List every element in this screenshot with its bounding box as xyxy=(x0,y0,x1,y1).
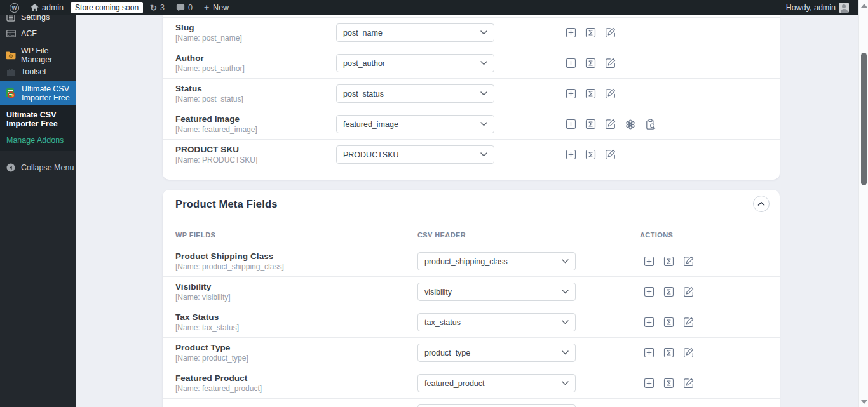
updates-indicator[interactable]: ↻ 3 xyxy=(146,0,169,15)
sigma-icon[interactable] xyxy=(663,378,674,389)
add-icon[interactable] xyxy=(566,149,576,160)
collapse-menu-label: Collapse Menu xyxy=(21,163,74,172)
csv-header-select[interactable]: PRODUCTSKU xyxy=(336,145,494,164)
acf-icon xyxy=(6,30,16,37)
sigma-icon[interactable] xyxy=(585,58,596,69)
field-label: Featured Product xyxy=(175,373,417,383)
csv-header-select[interactable]: featured_image xyxy=(336,115,494,133)
field-mapping-row: Featured Image [Name: featured_image] fe… xyxy=(163,109,780,139)
add-icon[interactable] xyxy=(566,58,576,69)
chevron-down-icon xyxy=(480,91,487,96)
add-icon[interactable] xyxy=(644,347,654,358)
field-label: Visibility xyxy=(175,282,417,291)
site-home-link[interactable]: admin xyxy=(26,0,68,15)
field-mapping-card: Slug [Name: post_name] post_name xyxy=(163,15,780,180)
edit-icon[interactable] xyxy=(605,27,616,38)
meta-field-rows: Product Shipping Class [Name: product_sh… xyxy=(163,246,780,407)
csv-header-value: PRODUCTSKU xyxy=(343,150,399,159)
add-icon[interactable] xyxy=(644,378,654,389)
edit-icon[interactable] xyxy=(605,88,616,99)
add-icon[interactable] xyxy=(566,27,576,38)
section-title: Product Meta Fields xyxy=(175,198,278,210)
csv-header-select[interactable]: post_name xyxy=(336,23,494,42)
field-name: [Name: post_name] xyxy=(175,34,336,43)
edit-icon[interactable] xyxy=(605,58,616,69)
plus-icon: + xyxy=(204,3,209,13)
sidebar-item-wp-file-manager[interactable]: w WP File Manager xyxy=(0,47,76,63)
csv-header-select[interactable] xyxy=(417,404,576,407)
sidebar-item-label: ACF xyxy=(21,29,37,38)
wp-logo-button[interactable]: W xyxy=(5,0,24,15)
add-icon[interactable] xyxy=(566,88,576,99)
field-name: [Name: product_type] xyxy=(175,354,417,363)
chevron-down-icon xyxy=(562,381,569,385)
sigma-icon[interactable] xyxy=(585,88,596,99)
field-name: [Name: post_status] xyxy=(175,95,336,103)
sigma-icon[interactable] xyxy=(663,317,674,328)
scroll-down-arrow[interactable] xyxy=(861,400,867,404)
sidebar-item-label: Ultimate CSV Importer Free xyxy=(22,84,72,102)
edit-icon[interactable] xyxy=(683,286,694,297)
edit-icon[interactable] xyxy=(605,149,616,160)
sigma-icon[interactable] xyxy=(663,286,674,297)
csv-header-value: tax_status xyxy=(424,318,461,327)
add-icon[interactable] xyxy=(644,286,654,297)
chevron-down-icon xyxy=(562,290,569,294)
site-name: admin xyxy=(42,3,64,12)
add-icon[interactable] xyxy=(644,256,654,267)
column-header-wp-fields: WP Fields xyxy=(175,231,417,239)
csv-header-value: featured_product xyxy=(424,379,485,388)
csv-header-value: post_author xyxy=(343,59,385,68)
field-label: Product Shipping Class xyxy=(175,251,417,261)
sigma-icon[interactable] xyxy=(585,119,596,130)
comments-count: 0 xyxy=(188,3,193,12)
account-menu[interactable]: Howdy, admin xyxy=(782,0,853,15)
field-mapping-rows: Slug [Name: post_name] post_name xyxy=(163,17,780,170)
chevron-down-icon xyxy=(480,30,487,35)
admin-sidebar: Settings ACF w WP File Manager Toolset U… xyxy=(0,15,76,407)
sidebar-item-acf[interactable]: ACF xyxy=(0,25,76,42)
new-button[interactable]: + New xyxy=(200,0,233,15)
media-search-icon[interactable] xyxy=(645,119,656,130)
csv-header-select[interactable]: post_status xyxy=(336,84,494,103)
csv-header-select[interactable]: featured_product xyxy=(417,374,576,392)
scrollbar-thumb[interactable] xyxy=(861,53,867,185)
chevron-down-icon xyxy=(480,152,487,157)
sigma-icon[interactable] xyxy=(663,347,674,358)
openai-icon[interactable] xyxy=(625,119,636,130)
add-icon[interactable] xyxy=(644,317,654,328)
coming-soon-badge[interactable]: Store coming soon xyxy=(71,2,143,13)
scroll-up-arrow[interactable] xyxy=(861,4,867,8)
sidebar-item-ultimate-csv-importer[interactable]: Ultimate CSV Importer Free xyxy=(0,81,76,105)
comments-indicator[interactable]: 0 xyxy=(172,0,197,15)
csv-header-select[interactable]: visibility xyxy=(417,283,576,301)
sidebar-item-label: Toolset xyxy=(21,67,46,76)
sidebar-item-toolset[interactable]: Toolset xyxy=(0,63,76,80)
csv-header-select[interactable]: tax_status xyxy=(417,313,576,331)
admin-bar: W admin Store coming soon ↻ 3 0 + New Ho… xyxy=(0,0,858,15)
csv-header-value: featured_image xyxy=(343,120,398,129)
chevron-down-icon xyxy=(562,350,569,355)
add-icon[interactable] xyxy=(566,119,576,130)
edit-icon[interactable] xyxy=(683,347,694,358)
edit-icon[interactable] xyxy=(605,119,616,130)
csv-header-value: visibility xyxy=(424,288,452,297)
chevron-down-icon xyxy=(480,122,487,126)
toolset-icon xyxy=(6,68,16,76)
submenu-item-manage-addons[interactable]: Manage Addons xyxy=(6,136,76,145)
field-name: [Name: product_shipping_class] xyxy=(175,262,417,271)
csv-header-select[interactable]: product_type xyxy=(417,344,576,362)
field-mapping-row: PRODUCT SKU [Name: PRODUCTSKU] PRODUCTSK… xyxy=(163,139,780,170)
collapse-menu-button[interactable]: Collapse Menu xyxy=(0,159,76,176)
sigma-icon[interactable] xyxy=(663,256,674,267)
submenu-item-csv-importer[interactable]: Ultimate CSV Importer Free xyxy=(6,110,76,128)
sigma-icon[interactable] xyxy=(585,149,596,160)
collapse-section-button[interactable] xyxy=(753,196,770,212)
csv-header-value: post_name xyxy=(343,29,383,37)
edit-icon[interactable] xyxy=(683,317,694,328)
csv-header-select[interactable]: product_shipping_class xyxy=(417,252,576,270)
edit-icon[interactable] xyxy=(683,256,694,267)
sigma-icon[interactable] xyxy=(585,27,596,38)
csv-header-select[interactable]: post_author xyxy=(336,54,494,72)
edit-icon[interactable] xyxy=(683,378,694,389)
